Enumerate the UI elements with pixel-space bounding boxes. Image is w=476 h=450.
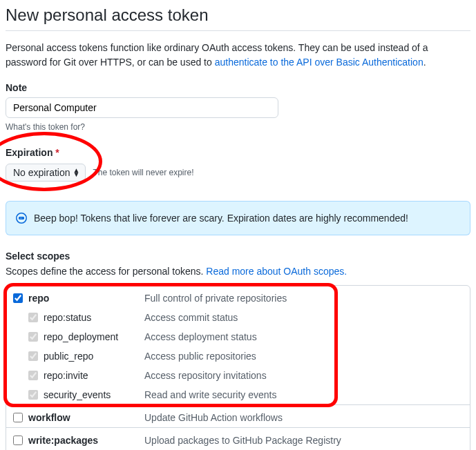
alert-text: Beep bop! Tokens that live forever are s…	[34, 213, 408, 224]
scopes-table: repoFull control of private repositories…	[6, 285, 470, 450]
warning-alert: Beep bop! Tokens that live forever are s…	[6, 201, 470, 235]
scope-row: security_eventsRead and write security e…	[6, 385, 470, 404]
required-asterisk: *	[55, 147, 59, 158]
scope-name: workflow	[28, 412, 70, 423]
scopes-heading: Select scopes	[6, 251, 470, 262]
scope-name: write:packages	[28, 435, 98, 446]
note-input[interactable]	[6, 97, 278, 118]
scope-row: write:packagesUpload packages to GitHub …	[6, 428, 470, 450]
scope-row: repo:statusAccess commit status	[6, 308, 470, 327]
scope-desc: Full control of private repositories	[144, 293, 287, 304]
scope-name: repo:invite	[44, 370, 88, 381]
expiration-label-text: Expiration	[6, 147, 53, 158]
note-label: Note	[6, 82, 470, 93]
scopes-desc-link[interactable]: Read more about OAuth scopes.	[206, 266, 347, 277]
scope-checkbox-repo_deployment	[28, 332, 38, 342]
scope-checkbox-security_events	[28, 390, 38, 400]
intro-link[interactable]: authenticate to the API over Basic Authe…	[215, 57, 423, 68]
expiration-select[interactable]: No expiration ▲▼	[6, 164, 86, 182]
scope-desc: Access commit status	[144, 312, 238, 323]
scope-group-workflow: workflowUpdate GitHub Action workflows	[6, 404, 470, 427]
page-title: New personal access token	[6, 6, 470, 31]
scope-row: repo:inviteAccess repository invitations	[6, 366, 470, 385]
scope-desc: Access public repositories	[144, 351, 256, 362]
scope-desc: Access repository invitations	[144, 370, 267, 381]
scope-group-write-packages: write:packagesUpload packages to GitHub …	[6, 427, 470, 450]
scope-checkbox-repo-invite	[28, 371, 38, 380]
scope-desc: Read and write security events	[144, 389, 276, 400]
expiration-label: Expiration *	[6, 147, 470, 158]
hubot-icon	[16, 213, 27, 224]
scope-checkbox-public_repo	[28, 351, 38, 361]
scope-checkbox-repo[interactable]	[13, 293, 23, 303]
select-chevron-icon: ▲▼	[73, 168, 80, 177]
note-hint: What's this token for?	[6, 122, 470, 132]
scopes-desc-pre: Scopes define the access for personal to…	[6, 266, 206, 277]
scope-row: public_repoAccess public repositories	[6, 346, 470, 366]
scope-name: repo:status	[44, 312, 91, 323]
annotation-circle	[0, 132, 102, 191]
scope-checkbox-write-packages[interactable]	[13, 436, 23, 445]
scope-row: repo_deploymentAccess deployment status	[6, 327, 470, 346]
expiration-value: No expiration	[13, 167, 70, 178]
scope-row: workflowUpdate GitHub Action workflows	[6, 405, 470, 427]
scope-checkbox-workflow[interactable]	[13, 413, 23, 422]
intro-post: .	[423, 57, 426, 68]
scope-desc: Access deployment status	[144, 331, 257, 342]
scope-desc: Update GitHub Action workflows	[144, 412, 283, 423]
intro-text: Personal access tokens function like ord…	[6, 41, 470, 70]
scope-group-repo: repoFull control of private repositories…	[6, 286, 470, 404]
scope-name: public_repo	[44, 351, 93, 362]
scope-name: repo	[28, 293, 49, 304]
scope-desc: Upload packages to GitHub Package Regist…	[144, 435, 341, 446]
expiration-message: The token will never expire!	[93, 168, 193, 177]
scope-name: security_events	[44, 389, 111, 400]
scope-checkbox-repo-status	[28, 313, 38, 322]
scopes-desc: Scopes define the access for personal to…	[6, 266, 470, 277]
scope-row: repoFull control of private repositories	[6, 286, 470, 308]
scope-name: repo_deployment	[44, 331, 118, 342]
